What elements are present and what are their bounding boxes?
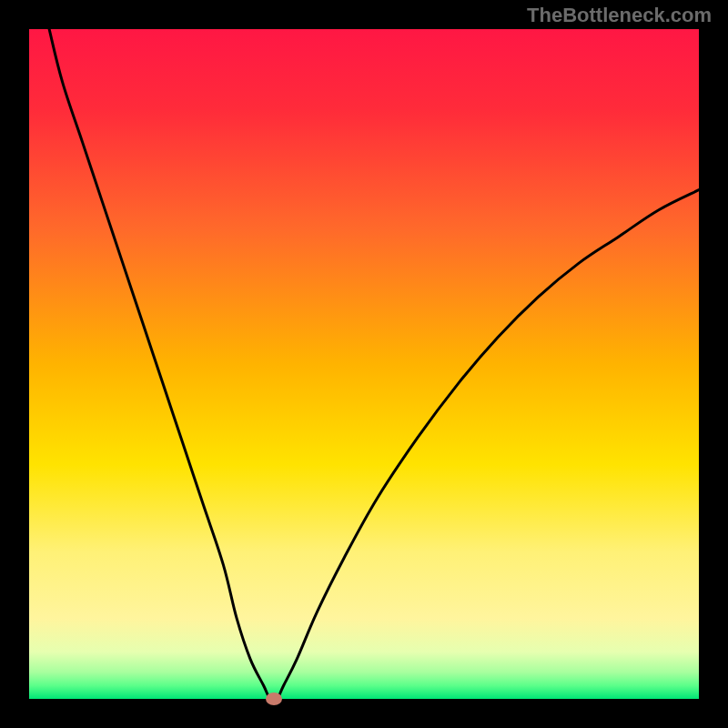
- chart-area: [29, 29, 699, 699]
- chart-svg: [29, 29, 699, 699]
- watermark-text: TheBottleneck.com: [527, 4, 712, 27]
- optimal-point-marker: [266, 693, 282, 705]
- chart-background: [29, 29, 699, 699]
